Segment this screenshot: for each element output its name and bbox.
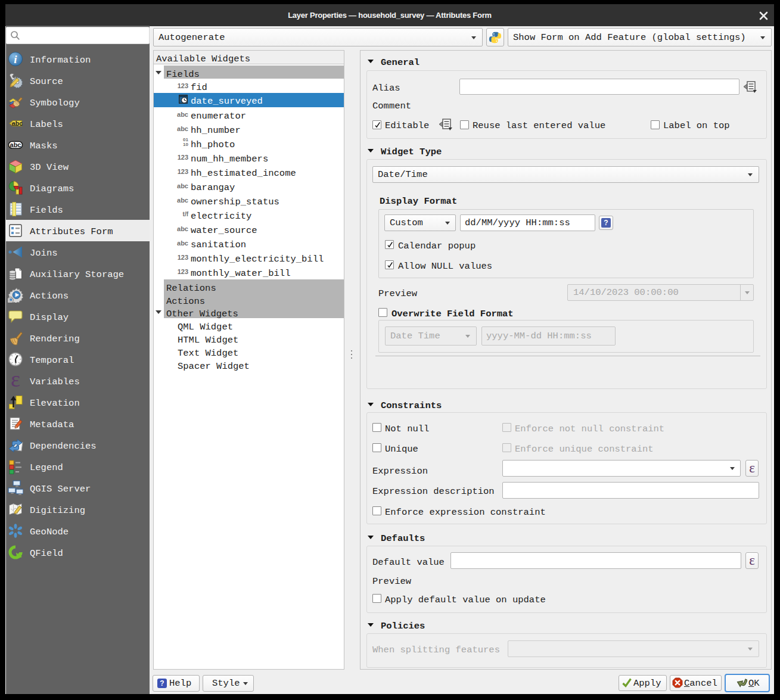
svg-text:ε: ε: [11, 373, 20, 388]
svg-text:abc: abc: [12, 120, 23, 127]
svg-text:abc: abc: [10, 141, 21, 148]
svg-text:i: i: [14, 53, 17, 66]
